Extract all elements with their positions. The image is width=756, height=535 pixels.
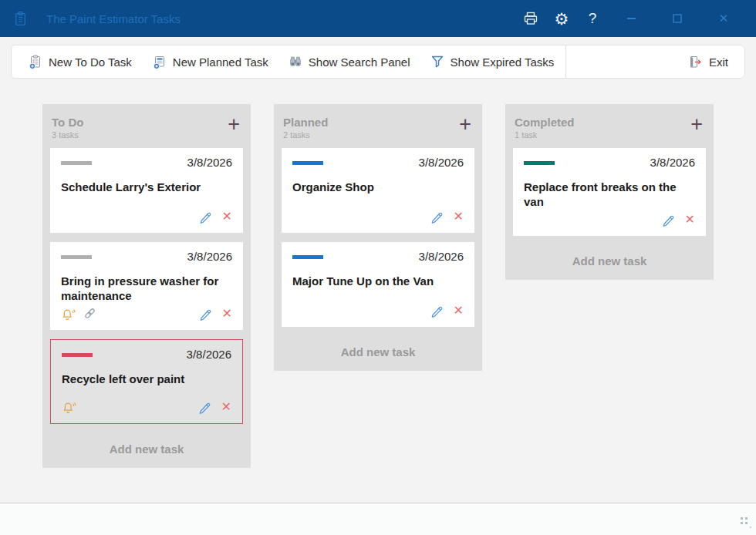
task-card[interactable]: 3/8/2026 Organize Shop ✕ xyxy=(282,148,474,233)
task-card[interactable]: 3/8/2026 Schedule Larry's Exterior ✕ xyxy=(50,148,243,233)
add-new-task-button[interactable]: Add new task xyxy=(505,245,714,280)
resize-grip-icon[interactable] xyxy=(739,516,751,531)
column-count: 2 tasks xyxy=(283,130,470,140)
toolbar-spacer xyxy=(568,45,678,78)
card-footer: ✕ xyxy=(524,210,695,230)
new-todo-task-icon xyxy=(28,55,42,69)
task-title: Replace front breaks on the van xyxy=(524,180,695,210)
toolbar-divider xyxy=(565,45,566,78)
task-color-bar xyxy=(292,161,323,165)
app-clipboard-icon xyxy=(12,11,29,27)
binoculars-icon xyxy=(289,55,302,69)
task-date: 3/8/2026 xyxy=(650,156,695,169)
add-card-plus-icon[interactable]: + xyxy=(459,112,471,136)
column-planned-cards: 3/8/2026 Organize Shop ✕ xyxy=(274,144,482,327)
column-count: 3 tasks xyxy=(52,130,238,140)
task-card[interactable]: 3/8/2026 Bring in pressure washer for ma… xyxy=(50,242,243,330)
delete-x-icon[interactable]: ✕ xyxy=(454,305,464,317)
card-top: 3/8/2026 xyxy=(292,156,464,174)
delete-x-icon[interactable]: ✕ xyxy=(222,308,232,320)
delete-x-icon[interactable]: ✕ xyxy=(685,214,695,226)
show-expired-tasks-label: Show Expired Tasks xyxy=(451,56,555,69)
toolbar: New To Do Task New Planned Task xyxy=(11,45,745,79)
show-search-panel-button[interactable]: Show Search Panel xyxy=(278,45,420,78)
exit-label: Exit xyxy=(709,56,728,69)
column-count: 1 task xyxy=(515,130,701,140)
task-title: Major Tune Up on the Van xyxy=(292,274,464,289)
content-area: New To Do Task New Planned Task xyxy=(0,37,756,503)
reminder-bell-icon xyxy=(61,307,76,321)
column-completed-cards: 3/8/2026 Replace front breaks on the van… xyxy=(505,144,714,236)
card-footer: ✕ xyxy=(61,207,232,227)
card-top: 3/8/2026 xyxy=(61,156,232,174)
minimize-button[interactable] xyxy=(608,0,654,37)
card-footer: ✕ xyxy=(292,207,464,227)
card-footer: ✕ xyxy=(292,301,464,321)
task-title: Organize Shop xyxy=(292,180,464,195)
link-icon xyxy=(83,307,96,320)
add-new-task-button[interactable]: Add new task xyxy=(42,433,251,468)
edit-pencil-icon[interactable] xyxy=(197,400,211,414)
task-color-bar xyxy=(524,161,555,165)
task-card-expired[interactable]: 3/8/2026 Recycle left over paint xyxy=(50,339,243,424)
task-color-bar xyxy=(61,161,92,165)
add-card-plus-icon[interactable]: + xyxy=(690,112,703,136)
new-todo-task-label: New To Do Task xyxy=(49,56,132,69)
delete-x-icon[interactable]: ✕ xyxy=(221,401,231,413)
task-title: Schedule Larry's Exterior xyxy=(61,180,232,195)
task-card[interactable]: 3/8/2026 Major Tune Up on the Van ✕ xyxy=(282,242,474,327)
window-title: The Paint Estimator Tasks xyxy=(46,12,181,25)
column-planned: Planned 2 tasks + 3/8/2026 Organize Shop xyxy=(274,104,482,371)
kanban-board: To Do 3 tasks + 3/8/2026 Schedule Larry'… xyxy=(0,79,756,468)
task-date: 3/8/2026 xyxy=(187,156,232,169)
column-todo-header: To Do 3 tasks + xyxy=(42,104,251,144)
task-date: 3/8/2026 xyxy=(187,348,231,361)
column-title: Completed xyxy=(515,116,701,129)
help-icon[interactable]: ? xyxy=(577,0,608,37)
task-color-bar xyxy=(62,353,93,357)
new-planned-task-icon xyxy=(152,55,167,69)
maximize-button[interactable] xyxy=(654,0,700,37)
task-date: 3/8/2026 xyxy=(187,250,232,263)
card-top: 3/8/2026 xyxy=(524,156,695,174)
task-color-bar xyxy=(292,255,323,259)
show-expired-tasks-button[interactable]: Show Expired Tasks xyxy=(420,45,565,78)
task-color-bar xyxy=(61,255,92,259)
card-footer: ✕ xyxy=(62,397,231,417)
card-top: 3/8/2026 xyxy=(62,348,231,366)
column-todo-cards: 3/8/2026 Schedule Larry's Exterior ✕ xyxy=(42,144,251,424)
edit-pencil-icon[interactable] xyxy=(661,213,675,227)
maximize-icon xyxy=(673,15,681,22)
delete-x-icon[interactable]: ✕ xyxy=(222,210,232,223)
new-todo-task-button[interactable]: New To Do Task xyxy=(18,45,142,78)
reminder-bell-icon xyxy=(62,400,77,414)
statusbar xyxy=(0,503,756,535)
task-date: 3/8/2026 xyxy=(419,250,464,263)
minimize-icon xyxy=(627,18,636,19)
card-top: 3/8/2026 xyxy=(292,250,464,268)
exit-button[interactable]: Exit xyxy=(678,45,738,78)
task-card[interactable]: 3/8/2026 Replace front breaks on the van… xyxy=(513,148,706,236)
edit-pencil-icon[interactable] xyxy=(430,210,444,224)
column-todo: To Do 3 tasks + 3/8/2026 Schedule Larry'… xyxy=(42,104,251,468)
print-icon[interactable] xyxy=(515,0,546,37)
column-title: Planned xyxy=(283,116,470,129)
show-search-panel-label: Show Search Panel xyxy=(309,56,410,69)
add-card-plus-icon[interactable]: + xyxy=(228,112,240,136)
edit-pencil-icon[interactable] xyxy=(198,210,212,224)
task-date: 3/8/2026 xyxy=(419,156,464,169)
column-title: To Do xyxy=(52,116,238,129)
card-top: 3/8/2026 xyxy=(61,250,232,268)
edit-pencil-icon[interactable] xyxy=(430,304,444,318)
column-completed: Completed 1 task + 3/8/2026 Replace fron… xyxy=(505,104,714,280)
titlebar: The Paint Estimator Tasks ⚙ ? ✕ xyxy=(0,0,756,37)
delete-x-icon[interactable]: ✕ xyxy=(454,210,464,223)
new-planned-task-button[interactable]: New Planned Task xyxy=(142,45,278,78)
exit-door-icon xyxy=(688,55,703,69)
settings-gear-icon[interactable]: ⚙ xyxy=(546,0,577,37)
card-footer: ✕ xyxy=(61,304,232,324)
edit-pencil-icon[interactable] xyxy=(198,307,212,321)
task-title: Bring in pressure washer for maintenance xyxy=(61,274,232,304)
close-button[interactable]: ✕ xyxy=(700,0,747,37)
add-new-task-button[interactable]: Add new task xyxy=(274,336,482,371)
